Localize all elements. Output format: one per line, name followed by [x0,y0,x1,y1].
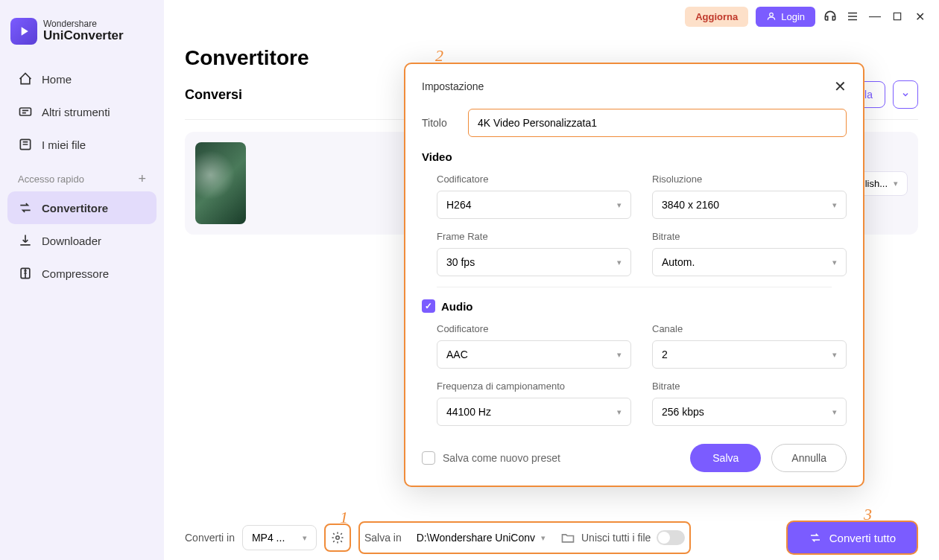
chevron-down-icon: ▾ [832,258,837,267]
nav-label: Compressore [42,267,109,280]
compress-icon [18,266,33,281]
menu-icon[interactable] [845,9,860,24]
nav-label: Altri strumenti [42,106,110,118]
save-path-select[interactable]: D:\Wondershare UniConv▾ [408,526,554,550]
convert-in-label: Converti in [185,532,235,544]
resolution-label: Risoluzione [652,174,847,185]
login-button[interactable]: Login [756,7,815,27]
add-quick-access-icon[interactable]: + [138,171,146,187]
nav-label: I miei file [42,139,86,151]
tools-icon [18,104,33,119]
annotation-2: 2 [435,46,443,66]
channel-label: Canale [652,323,847,334]
annotation-1: 1 [340,508,348,527]
sidebar: Wondershare UniConverter Home Altri stru… [0,0,164,560]
user-icon [766,11,777,22]
audio-bitrate-select[interactable]: 256 kbps▾ [652,398,847,426]
minimize-icon[interactable]: — [867,9,882,24]
title-input[interactable] [468,109,847,137]
audio-encoder-label: Codificatore [437,323,631,334]
settings-dialog: Impostazione ✕ Titolo Video Codificatore… [404,63,864,487]
topbar: Aggiorna Login — ✕ [164,0,939,33]
gear-icon [331,531,344,544]
product-name: UniConverter [43,29,124,43]
add-file-dropdown[interactable] [893,80,918,109]
sub-title: Conversi [185,87,242,103]
checkbox-icon [422,451,435,465]
settings-gear-button[interactable] [324,524,351,552]
channel-select[interactable]: 2▾ [652,340,847,369]
chevron-down-icon: ▾ [303,533,307,543]
framerate-select[interactable]: 30 fps▾ [437,248,631,276]
chevron-down-icon: ▾ [541,533,546,543]
save-in-label: Salva in [364,532,402,544]
nav-label: Convertitore [42,202,108,214]
quick-access-header: Accesso rapido + [7,161,156,191]
bottom-bar: Converti in MP4 ...▾ Salva in D:\Wonders… [164,515,939,560]
main-area: Aggiorna Login — ✕ Convertitore Conversi [164,0,939,560]
sample-rate-label: Frequenza di campionamento [437,381,631,392]
nav-myfiles[interactable]: I miei file [7,128,156,161]
audio-checkbox[interactable]: ✓ [422,299,435,313]
audio-encoder-select[interactable]: AAC▾ [437,340,631,369]
framerate-label: Frame Rate [437,231,631,242]
support-icon[interactable] [823,9,838,24]
upgrade-badge[interactable]: Aggiorna [685,7,748,27]
svg-rect-4 [894,13,900,19]
svg-point-5 [336,536,340,540]
nav-home[interactable]: Home [7,63,156,95]
files-icon [18,137,33,152]
merge-label: Unisci tutti i file [581,532,651,544]
logo-icon [10,18,37,45]
maximize-icon[interactable] [890,9,905,24]
chevron-down-icon: ▾ [617,258,622,267]
video-encoder-label: Codificatore [437,174,631,185]
nav-label: Downloader [42,235,101,247]
sample-rate-select[interactable]: 44100 Hz▾ [437,398,631,426]
merge-toggle[interactable] [657,530,685,545]
annotation-3: 3 [864,505,872,524]
nav-converter[interactable]: Convertitore [7,191,156,224]
download-icon [18,233,33,248]
svg-rect-0 [20,108,31,115]
resolution-select[interactable]: 3840 x 2160▾ [652,191,847,219]
chevron-down-icon: ▾ [617,350,622,360]
chevron-down-icon: ▾ [894,179,898,188]
converter-icon [18,200,33,215]
video-encoder-select[interactable]: H264▾ [437,191,631,219]
dialog-title: Impostazione [422,80,484,92]
nav-label: Home [42,73,72,86]
chevron-down-icon: ▾ [832,200,837,210]
close-icon[interactable]: ✕ [912,9,927,24]
svg-point-3 [770,13,774,16]
chevron-down-icon [901,90,910,99]
video-bitrate-label: Bitrate [652,231,847,242]
chevron-down-icon: ▾ [832,407,837,417]
convert-all-button[interactable]: Converti tutto [786,521,918,555]
folder-icon[interactable] [560,530,575,545]
audio-bitrate-label: Bitrate [652,381,847,392]
save-location-group: Salva in D:\Wondershare UniConv▾ Unisci … [358,521,691,554]
home-icon [18,71,33,86]
video-bitrate-select[interactable]: Autom.▾ [652,248,847,276]
format-select[interactable]: MP4 ...▾ [242,525,317,550]
chevron-down-icon: ▾ [617,407,622,417]
title-label: Titolo [422,117,458,129]
audio-section-title: ✓ Audio [422,299,847,313]
video-section-title: Video [422,150,847,163]
save-preset-checkbox[interactable]: Salva come nuovo preset [422,451,560,465]
cancel-button[interactable]: Annulla [771,444,847,472]
nav-downloader[interactable]: Downloader [7,224,156,257]
save-button[interactable]: Salva [690,444,761,472]
nav-compressor[interactable]: Compressore [7,257,156,290]
chevron-down-icon: ▾ [617,200,622,210]
convert-icon [809,531,822,544]
app-logo: Wondershare UniConverter [7,12,156,63]
nav-tools[interactable]: Altri strumenti [7,95,156,128]
video-thumbnail[interactable] [195,142,246,224]
dialog-close-button[interactable]: ✕ [834,77,847,95]
chevron-down-icon: ▾ [832,350,837,360]
